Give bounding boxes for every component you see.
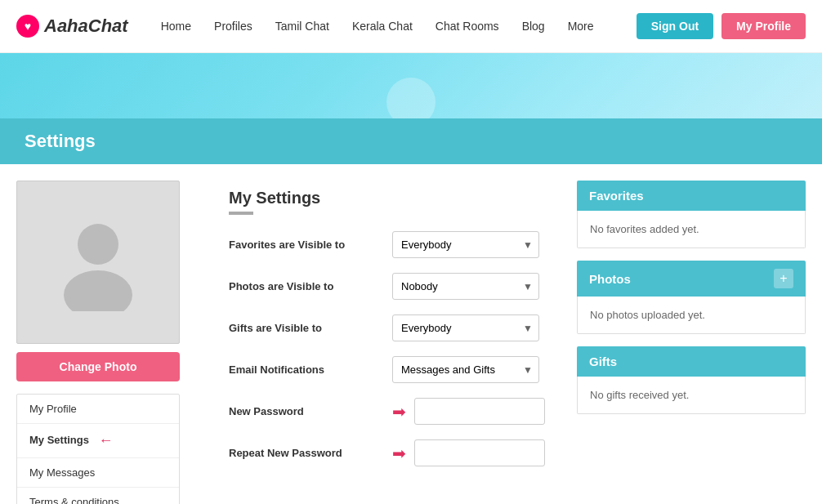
gifts-empty-text: No gifts received yet.: [590, 389, 689, 401]
right-panel: Favorites No favorites added yet. Photos…: [577, 181, 806, 414]
photos-header: Photos +: [577, 261, 806, 297]
email-notifications-select-wrapper: Messages and Gifts None All ▼: [392, 356, 539, 383]
photos-empty-text: No photos uploaded yet.: [590, 309, 705, 321]
header-buttons: Sign Out My Profile: [637, 13, 806, 39]
new-password-arrow-icon: ➡: [392, 402, 406, 421]
new-password-label: New Password: [229, 405, 392, 417]
sidebar-arrow-icon: ←: [99, 432, 114, 449]
email-notifications-label: Email Notifications: [229, 364, 392, 376]
repeat-password-row: Repeat New Password ➡: [229, 439, 544, 466]
sidebar-item-my-settings[interactable]: My Settings ←: [17, 424, 179, 458]
nav-tamil-chat[interactable]: Tamil Chat: [275, 20, 329, 33]
favorites-visible-row: Favorites are Visible to Everybody Nobod…: [229, 231, 544, 258]
sidebar-item-my-messages[interactable]: My Messages: [17, 458, 179, 488]
gifts-visible-select[interactable]: Everybody Nobody Friends Only: [392, 314, 539, 341]
new-password-row: New Password ➡: [229, 398, 544, 425]
settings-form: My Settings Favorites are Visible to Eve…: [212, 181, 561, 489]
new-password-input-group: ➡: [392, 398, 545, 425]
gifts-visible-select-wrapper: Everybody Nobody Friends Only ▼: [392, 314, 539, 341]
header: ♥ AahaChat Home Profiles Tamil Chat Kera…: [0, 0, 822, 53]
repeat-password-input[interactable]: [414, 439, 545, 466]
sidebar-item-my-profile[interactable]: My Profile: [17, 395, 179, 424]
email-notifications-row: Email Notifications Messages and Gifts N…: [229, 356, 544, 383]
gifts-card: Gifts No gifts received yet.: [577, 346, 806, 414]
sidebar: Change Photo My Profile My Settings ← My…: [16, 181, 196, 504]
settings-bar: Settings: [0, 118, 822, 164]
nav-blog[interactable]: Blog: [522, 20, 545, 33]
form-divider-bar: [229, 212, 253, 215]
gifts-visible-label: Gifts are Visible to: [229, 322, 392, 334]
favorites-body: No favorites added yet.: [577, 211, 806, 248]
favorites-empty-text: No favorites added yet.: [590, 223, 699, 235]
favorites-card: Favorites No favorites added yet.: [577, 181, 806, 248]
favorites-visible-label: Favorites are Visible to: [229, 239, 392, 251]
svg-point-1: [64, 270, 132, 311]
nav-kerala-chat[interactable]: Kerala Chat: [352, 20, 413, 33]
banner-circle: [386, 78, 436, 118]
gifts-body: No gifts received yet.: [577, 377, 806, 414]
photos-visible-select-wrapper: Everybody Nobody Friends Only ▼: [392, 273, 539, 300]
sidebar-menu: My Profile My Settings ← My Messages Ter…: [16, 394, 180, 504]
nav-profiles[interactable]: Profiles: [214, 20, 252, 33]
banner: [0, 53, 822, 118]
email-notifications-select[interactable]: Messages and Gifts None All: [392, 356, 539, 383]
logo[interactable]: ♥ AahaChat: [16, 15, 128, 38]
nav-more[interactable]: More: [568, 20, 594, 33]
sign-out-button[interactable]: Sign Out: [637, 13, 713, 39]
gifts-header: Gifts: [577, 346, 806, 377]
main-nav: Home Profiles Tamil Chat Kerala Chat Cha…: [161, 20, 637, 33]
repeat-password-arrow-icon: ➡: [392, 444, 406, 463]
nav-chat-rooms[interactable]: Chat Rooms: [436, 20, 499, 33]
photos-title: Photos: [589, 272, 631, 286]
photos-visible-select[interactable]: Everybody Nobody Friends Only: [392, 273, 539, 300]
photos-body: No photos uploaded yet.: [577, 297, 806, 334]
favorites-header: Favorites: [577, 181, 806, 211]
main-content: Change Photo My Profile My Settings ← My…: [0, 164, 822, 504]
photos-visible-row: Photos are Visible to Everybody Nobody F…: [229, 273, 544, 300]
photos-card: Photos + No photos uploaded yet.: [577, 261, 806, 334]
photos-add-button[interactable]: +: [774, 269, 793, 288]
settings-title: Settings: [25, 131, 96, 151]
gifts-visible-row: Gifts are Visible to Everybody Nobody Fr…: [229, 314, 544, 341]
nav-home[interactable]: Home: [161, 20, 191, 33]
repeat-password-label: Repeat New Password: [229, 447, 392, 459]
favorites-visible-select[interactable]: Everybody Nobody Friends Only: [392, 231, 539, 258]
logo-text: AahaChat: [44, 16, 128, 37]
my-profile-button[interactable]: My Profile: [721, 13, 806, 39]
new-password-input[interactable]: [414, 398, 545, 425]
photos-visible-label: Photos are Visible to: [229, 280, 392, 292]
change-photo-button[interactable]: Change Photo: [16, 352, 180, 381]
favorites-visible-select-wrapper: Everybody Nobody Friends Only ▼: [392, 231, 539, 258]
avatar-icon: [49, 213, 147, 311]
favorites-title: Favorites: [589, 189, 644, 203]
svg-point-0: [78, 224, 118, 265]
avatar-box: [16, 181, 180, 344]
logo-heart-icon: ♥: [16, 15, 39, 38]
form-title: My Settings: [229, 189, 544, 207]
sidebar-item-terms[interactable]: Terms & conditions: [17, 488, 179, 504]
repeat-password-input-group: ➡: [392, 439, 545, 466]
gifts-title: Gifts: [589, 355, 617, 368]
